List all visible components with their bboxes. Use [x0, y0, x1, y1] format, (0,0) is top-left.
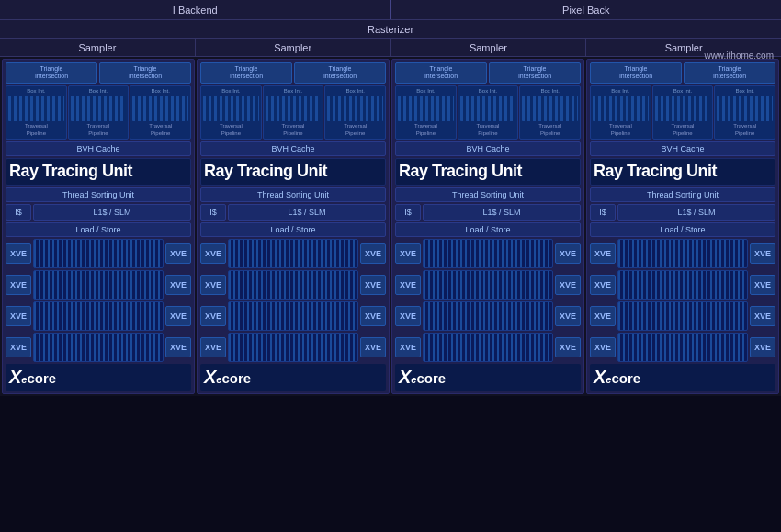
xe-core-label-3: X e core — [395, 364, 581, 391]
traversal-label: TraversalPipeline — [344, 123, 367, 138]
xve-label: XVE — [395, 337, 421, 357]
l1-slm-3: L1$ / SLM — [423, 204, 581, 221]
xve-label: XVE — [6, 306, 31, 326]
tri-box-4-2: TriangleIntersection — [684, 62, 775, 84]
xve-label: XVE — [165, 275, 191, 295]
xve-row-1-1: XVE XVE — [6, 239, 191, 268]
xve-row-1-2: XVE XVE — [6, 270, 191, 300]
xe-text: X — [594, 367, 606, 388]
xve-label: XVE — [750, 337, 775, 357]
box-stripes — [71, 96, 127, 121]
top-header: I Backend Pixel Back — [0, 0, 781, 20]
tri-label: TriangleIntersection — [686, 65, 773, 81]
cache-row-3: I$ L1$ / SLM — [395, 204, 581, 221]
traversal-label: TraversalPipeline — [220, 123, 243, 138]
xve-matrix — [423, 333, 553, 362]
cache-row-2: I$ L1$ / SLM — [200, 204, 386, 221]
xve-label: XVE — [165, 337, 191, 357]
traversal-label: TraversalPipeline — [733, 123, 756, 138]
traversal-label: TraversalPipeline — [87, 123, 110, 138]
box-trav-2-1: Box Int. TraversalPipeline — [200, 85, 262, 141]
xve-label: XVE — [200, 306, 226, 326]
xe-core-text: core — [416, 370, 446, 386]
box-trav-1-1: Box Int. TraversalPipeline — [6, 85, 67, 141]
xve-label: XVE — [555, 243, 581, 264]
xve-label: XVE — [360, 306, 386, 326]
tri-label: TriangleIntersection — [593, 65, 679, 81]
cache-row-4: I$ L1$ / SLM — [590, 204, 775, 221]
xve-label: XVE — [6, 275, 31, 295]
xe-core-text: core — [611, 370, 640, 386]
xve-row-4-3: XVE XVE — [590, 301, 775, 331]
xve-label: XVE — [750, 275, 775, 295]
xve-row-3-2: XVE XVE — [395, 270, 581, 300]
tsu-2: Thread Sorting Unit — [200, 187, 386, 202]
xve-matrix — [617, 270, 748, 300]
xve-row-4-1: XVE XVE — [590, 239, 775, 268]
xve-matrix — [423, 301, 553, 331]
box-traversal-1: Box Int. TraversalPipeline Box Int. Trav… — [6, 85, 191, 141]
xe-core-label-4: X e core — [590, 364, 775, 391]
box-int-label: Box Int. — [736, 88, 754, 94]
tri-row-4: TriangleIntersection TriangleIntersectio… — [590, 62, 775, 84]
box-int-label: Box Int. — [284, 88, 302, 94]
loadstore-1: Load / Store — [6, 222, 191, 237]
xe-text: X — [9, 367, 21, 388]
box-int-label: Box Int. — [89, 88, 108, 94]
xve-matrix — [423, 270, 553, 300]
box-trav-4-3: Box Int. TraversalPipeline — [714, 85, 775, 141]
xe-core-col-4: TriangleIntersection TriangleIntersectio… — [586, 59, 779, 394]
box-trav-1-2: Box Int. TraversalPipeline — [68, 85, 130, 141]
xe-core-col-2: TriangleIntersection TriangleIntersectio… — [197, 59, 390, 394]
xve-matrix — [228, 333, 358, 362]
xve-label: XVE — [750, 306, 775, 326]
xve-label: XVE — [555, 275, 581, 295]
tri-label: TriangleIntersection — [102, 65, 188, 81]
xve-label: XVE — [590, 275, 616, 295]
bvh-cache-2: BVH Cache — [200, 141, 386, 156]
box-int-label: Box Int. — [416, 88, 435, 94]
tsu-4: Thread Sorting Unit — [590, 187, 775, 202]
xve-label: XVE — [555, 306, 581, 326]
xve-label: XVE — [200, 337, 226, 357]
box-stripes — [8, 96, 64, 121]
box-trav-4-2: Box Int. TraversalPipeline — [652, 85, 714, 141]
tri-label: TriangleIntersection — [398, 65, 484, 81]
i-cache-4: I$ — [590, 204, 616, 221]
tri-box-4-1: TriangleIntersection — [590, 62, 682, 84]
l1-slm-1: L1$ / SLM — [33, 204, 191, 221]
rtu-3: Ray Tracing Unit — [395, 158, 581, 186]
xe-text: X — [204, 367, 216, 388]
tri-row-1: TriangleIntersection TriangleIntersectio… — [6, 62, 191, 84]
box-int-label: Box Int. — [27, 88, 45, 94]
rtu-1: Ray Tracing Unit — [6, 158, 191, 186]
xve-row-3-1: XVE XVE — [395, 239, 581, 268]
xve-matrix — [33, 301, 164, 331]
box-int-label: Box Int. — [673, 88, 692, 94]
box-stripes — [522, 96, 578, 121]
xve-label: XVE — [165, 306, 191, 326]
xve-label: XVE — [395, 306, 421, 326]
cache-row-1: I$ L1$ / SLM — [6, 204, 191, 221]
xve-row-2-2: XVE XVE — [200, 270, 386, 300]
xe-core-label-2: X e core — [200, 364, 386, 391]
tri-row-2: TriangleIntersection TriangleIntersectio… — [200, 62, 386, 84]
xve-row-2-1: XVE XVE — [200, 239, 386, 268]
tri-box-1-1: TriangleIntersection — [6, 62, 97, 84]
xve-label: XVE — [360, 243, 386, 264]
xve-label: XVE — [395, 243, 421, 264]
xve-row-4-2: XVE XVE — [590, 270, 775, 300]
l1-slm-2: L1$ / SLM — [228, 204, 386, 221]
sampler-bar: Sampler Sampler Sampler Sampler — [0, 39, 781, 57]
tsu-3: Thread Sorting Unit — [395, 187, 581, 202]
tri-label: TriangleIntersection — [492, 65, 578, 81]
xve-matrix — [33, 239, 164, 268]
box-trav-1-3: Box Int. TraversalPipeline — [130, 85, 191, 141]
xe-text: X — [399, 367, 411, 388]
xve-label: XVE — [555, 337, 581, 357]
xve-label: XVE — [590, 306, 616, 326]
xve-matrix — [423, 239, 553, 268]
box-trav-3-3: Box Int. TraversalPipeline — [519, 85, 581, 141]
sampler-1: Sampler — [0, 39, 196, 56]
box-traversal-3: Box Int. TraversalPipeline Box Int. Trav… — [395, 85, 581, 141]
